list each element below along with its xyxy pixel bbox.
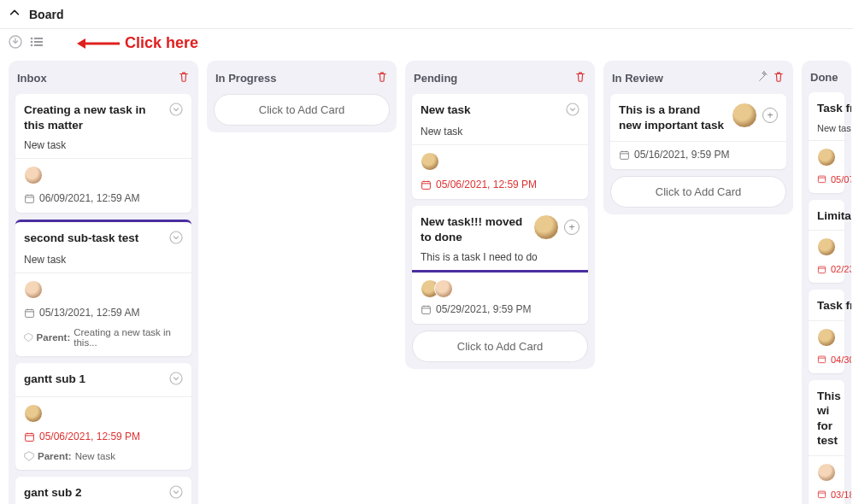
card-date: 05/13/2021, 12:59 AM xyxy=(39,307,139,319)
trash-icon[interactable] xyxy=(574,71,586,85)
add-card-button[interactable]: Click to Add Card xyxy=(412,331,588,362)
task-card[interactable]: This is a brand new important task + 05/… xyxy=(610,94,786,169)
column-pending: Pending New task New task 05/06/2021, 12… xyxy=(405,61,595,369)
column-title: In Progress xyxy=(215,72,277,85)
parent-label: Parent: xyxy=(37,332,71,343)
kanban-board: Inbox Creating a new task in this matter… xyxy=(0,61,853,504)
avatar xyxy=(533,214,559,240)
svg-rect-21 xyxy=(818,267,825,273)
svg-rect-20 xyxy=(818,176,825,183)
task-card[interactable]: Task fr New task 05/07 xyxy=(809,92,844,193)
collapse-icon[interactable] xyxy=(9,7,21,21)
task-card[interactable]: New task!!! moved to done + This is a ta… xyxy=(412,206,588,324)
card-date: 04/30 xyxy=(831,355,851,365)
toolbar: Click here xyxy=(0,29,853,61)
column-title: Done xyxy=(810,71,838,84)
card-date: 06/09/2021, 12:59 AM xyxy=(39,192,139,204)
avatar xyxy=(434,279,453,298)
column-title: In Review xyxy=(612,72,663,85)
svg-rect-17 xyxy=(422,181,431,189)
card-date: 05/06/2021, 12:59 PM xyxy=(39,431,140,442)
parent-value: Creating a new task in this... xyxy=(74,327,183,348)
task-card[interactable]: Limitat 02/23 xyxy=(809,200,844,284)
svg-point-14 xyxy=(170,486,182,498)
download-icon[interactable] xyxy=(9,35,22,51)
svg-rect-23 xyxy=(818,491,825,498)
card-title: Task fr xyxy=(817,298,836,314)
trash-icon[interactable] xyxy=(376,71,388,85)
avatar xyxy=(24,280,43,299)
task-card[interactable]: Task fr 04/30 xyxy=(809,290,844,373)
expand-icon[interactable] xyxy=(169,231,183,247)
column-done: Done Task fr New task 05/07 Limitat 02/2… xyxy=(802,61,851,504)
add-card-button[interactable]: Click to Add Card xyxy=(214,94,390,126)
card-title: Creating a new task in this matter xyxy=(24,103,162,132)
avatar xyxy=(24,166,43,185)
card-title: second sub-task test xyxy=(24,231,138,246)
avatar xyxy=(732,103,757,128)
card-title: New task!!! moved to done xyxy=(421,214,527,244)
column-inprogress: In Progress Click to Add Card xyxy=(207,61,397,132)
task-card[interactable]: Creating a new task in this matter New t… xyxy=(15,94,191,213)
trash-icon[interactable] xyxy=(178,71,190,85)
card-title: Limitat xyxy=(817,208,836,224)
avatar xyxy=(817,328,836,347)
list-icon[interactable] xyxy=(29,35,44,51)
card-subtitle: New task xyxy=(421,126,579,138)
page-title: Board xyxy=(29,8,63,21)
avatar xyxy=(421,152,439,171)
parent-label: Parent: xyxy=(38,451,72,461)
app-header: Board xyxy=(0,0,853,29)
task-card[interactable]: second sub-task test New task 05/13/2021… xyxy=(15,220,191,356)
avatar xyxy=(817,237,836,256)
svg-point-8 xyxy=(170,103,182,115)
card-date: 05/07 xyxy=(831,174,851,185)
svg-rect-9 xyxy=(26,195,34,202)
card-title: gantt sub 1 xyxy=(24,372,85,387)
add-assignee-icon[interactable]: + xyxy=(564,220,579,235)
task-card[interactable]: New task New task 05/06/2021, 12:59 PM xyxy=(412,94,588,199)
card-date: 05/16/2021, 9:59 PM xyxy=(634,149,729,161)
add-card-button[interactable]: Click to Add Card xyxy=(610,176,786,208)
svg-point-10 xyxy=(170,231,182,243)
svg-rect-11 xyxy=(26,309,34,317)
svg-rect-6 xyxy=(34,44,43,46)
svg-point-3 xyxy=(31,44,33,47)
svg-point-12 xyxy=(170,372,182,384)
click-here-hint: Click here xyxy=(77,34,198,52)
wand-icon[interactable] xyxy=(757,71,769,85)
hint-text: Click here xyxy=(125,34,198,52)
card-date: 02/23 xyxy=(831,264,851,274)
avatar xyxy=(817,148,836,167)
svg-point-1 xyxy=(31,38,33,40)
card-title: New task xyxy=(421,103,471,118)
svg-rect-4 xyxy=(34,38,43,39)
expand-icon[interactable] xyxy=(169,372,183,388)
expand-icon[interactable] xyxy=(169,485,183,501)
column-inbox: Inbox Creating a new task in this matter… xyxy=(9,61,198,504)
task-card[interactable]: gantt sub 1 05/06/2021, 12:59 PM Parent:… xyxy=(15,363,191,470)
svg-rect-18 xyxy=(422,306,431,314)
card-date: 03/18 xyxy=(831,489,851,500)
card-subtitle: This is a task I need to do xyxy=(421,251,579,263)
task-card[interactable]: gant sub 2 05/06/2021, 12:59 PM xyxy=(15,477,191,504)
svg-rect-13 xyxy=(26,433,34,441)
trash-icon[interactable] xyxy=(773,71,785,85)
expand-icon[interactable] xyxy=(169,103,183,119)
card-title: gant sub 2 xyxy=(24,485,82,501)
card-subtitle: New task xyxy=(817,123,836,133)
task-card[interactable]: This wi for test 03/18 Paren xyxy=(809,380,844,504)
card-title: This wi for test xyxy=(817,389,836,448)
card-title: Task fr xyxy=(817,101,836,116)
card-subtitle: New task xyxy=(24,254,183,266)
add-assignee-icon[interactable]: + xyxy=(762,108,778,123)
svg-rect-22 xyxy=(818,356,825,363)
svg-rect-19 xyxy=(621,151,629,159)
card-date: 05/29/2021, 9:59 PM xyxy=(436,303,531,315)
avatar xyxy=(817,463,836,482)
svg-point-2 xyxy=(31,41,33,44)
card-subtitle: New task xyxy=(24,139,183,151)
column-title: Pending xyxy=(414,72,457,85)
card-date: 05/06/2021, 12:59 PM xyxy=(436,179,537,190)
expand-icon[interactable] xyxy=(566,103,579,119)
